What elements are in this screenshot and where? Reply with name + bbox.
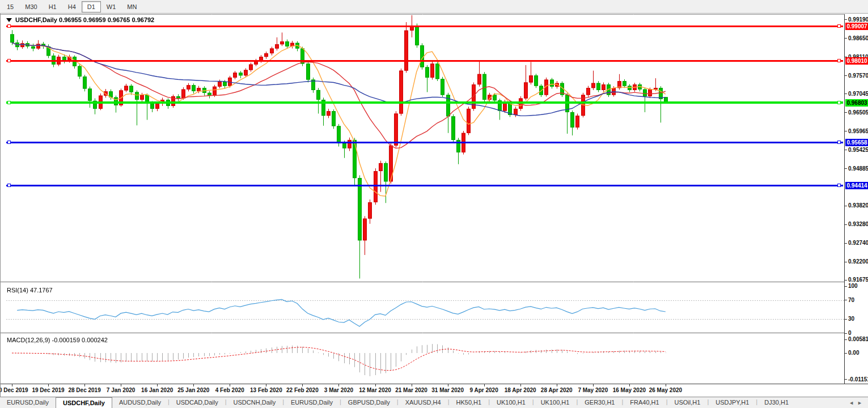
date-tick [230,384,230,386]
price-axis-label: 0.95965 [848,128,868,134]
macd-axis-label: -0.011514 [848,376,868,382]
rsi-axis-label: 100 [848,283,858,289]
timeframe-button-d1[interactable]: D1 [82,1,101,12]
timeframe-button-m30[interactable]: M30 [19,1,43,12]
price-axis-label: 0.97570 [848,73,868,79]
date-tick [412,384,412,386]
date-tick [48,384,49,386]
date-axis-label: 21 Mar 2020 [395,387,427,393]
timeframe-button-h1[interactable]: H1 [43,1,62,12]
date-axis-label: 4 Feb 2020 [215,387,244,393]
date-tick [666,384,666,386]
chart-dropdown-icon [6,18,12,22]
chart-window: USDCHF,Daily 0.96955 0.96959 0.96765 0.9… [0,14,868,397]
date-axis-label: 13 Feb 2020 [250,387,282,393]
rsi-axis-label: 30 [848,316,854,322]
tab-usoil-h1[interactable]: USOil,H1 [668,397,708,408]
date-axis-label: 28 Apr 2020 [541,387,573,393]
price-axis-label: 0.91675 [848,277,868,283]
chart-symbol-title: USDCHF,Daily 0.96955 0.96959 0.96765 0.9… [6,16,154,23]
date-tick [84,384,85,386]
timeframe-button-w1[interactable]: W1 [101,1,122,12]
hline-price-tag: 0.98010 [845,57,868,65]
tab-uk100-h1[interactable]: UK100,H1 [490,397,532,408]
date-axis-label: 3 Mar 2020 [324,387,353,393]
trading-platform-window: 15M30H1H4D1W1MN USDCHF,Daily 0.96955 0.9… [0,0,868,408]
timeframe-button-h4[interactable]: H4 [62,1,82,12]
date-tick [302,384,303,386]
timeframe-button-mn[interactable]: MN [121,1,142,12]
date-axis-label: 19 Dec 2019 [32,387,64,393]
price-axis-label: 0.93280 [848,221,868,227]
rsi-indicator-label: RSI(14) 47.1767 [7,287,53,294]
price-axis-label: 0.95425 [848,147,868,153]
price-axis-label: 0.92200 [848,258,868,265]
date-axis-label: 31 Mar 2020 [431,387,464,393]
date-tick [121,384,121,386]
timeframe-toolbar: 15M30H1H4D1W1MN [0,0,868,14]
timeframe-button-15[interactable]: 15 [1,1,19,12]
tab-xauusd-h4[interactable]: XAUUSD,H4 [399,397,448,408]
tab-usdjpy-h1[interactable]: USDJPY,H1 [709,397,756,408]
tabs-scroll-right-icon[interactable]: ► [857,400,862,406]
tab-dj30-h1[interactable]: DJ30,H1 [757,397,795,408]
macd-indicator-label: MACD(12,26,9) -0.000159 0.000242 [7,337,108,343]
rsi-axis-label: 0 [848,330,852,336]
date-axis-label: 16 May 2020 [613,387,646,393]
tab-usdchf-daily[interactable]: USDCHF,Daily [56,397,112,408]
tab-hk50-h1[interactable]: HK50,H1 [450,397,489,408]
chart-tabs-bar: EURUSD,DailyUSDCHF,DailyAUDUSD,Daily|USD… [0,397,868,408]
hline-price-tag: 0.96803 [845,99,868,107]
date-axis-label: 22 Feb 2020 [286,387,319,393]
date-tick [593,384,594,386]
price-axis-label: 0.96505 [848,109,868,116]
tab-audusd-daily[interactable]: AUDUSD,Daily [112,397,168,408]
date-axis-label: 18 Apr 2020 [505,387,536,393]
date-axis-label: 7 May 2020 [578,387,608,393]
date-axis-label: 7 Jan 2020 [107,387,136,393]
date-axis-label: 25 Jan 2020 [177,387,209,393]
hline-price-tag: 0.95658 [845,139,868,146]
date-tick [375,384,376,386]
price-axis-label: 0.98650 [848,35,868,41]
date-tick [193,384,194,386]
tab-usdcad-daily[interactable]: USDCAD,Daily [170,397,225,408]
tab-fra40-h1[interactable]: FRA40,H1 [623,397,666,408]
price-chart-canvas[interactable] [1,14,845,384]
date-tick [557,384,557,386]
date-axis-label: 26 May 2020 [649,387,682,393]
tabs-scroll-left-icon[interactable]: ◄ [849,400,854,406]
price-axis-label: 0.94885 [848,165,868,172]
date-tick [484,384,485,386]
date-tick [629,384,630,386]
price-axis-label: 0.93820 [848,202,868,209]
date-axis[interactable]: 10 Dec 201919 Dec 201928 Dec 20197 Jan 2… [1,384,868,397]
tab-usdcnh-daily[interactable]: USDCNH,Daily [227,397,283,408]
chart-title-text: USDCHF,Daily 0.96955 0.96959 0.96765 0.9… [15,16,154,23]
hline-price-tag: 0.99007 [845,23,868,30]
date-axis-label: 16 Jan 2020 [141,387,173,393]
price-axis-label: 0.97045 [848,91,868,97]
date-tick [12,384,12,386]
hline-price-tag: 0.94414 [845,182,868,189]
rsi-axis-label: 70 [848,297,854,303]
date-tick [266,384,266,386]
date-axis-label: 9 Apr 2020 [470,387,498,393]
date-tick [448,384,448,386]
date-axis-label: 28 Dec 2019 [68,387,100,393]
tab-eurusd-daily[interactable]: EURUSD,Daily [284,397,340,408]
price-axis-label: 0.92740 [848,240,868,246]
macd-axis-label: 0.00 [848,350,859,356]
date-tick [520,384,521,386]
tab-eurusd-daily[interactable]: EURUSD,Daily [0,397,56,408]
price-axis-label: 0.99190 [848,16,868,23]
tab-uk100-h1[interactable]: UK100,H1 [534,397,577,408]
macd-axis-label: 0.005818 [848,336,868,342]
tab-ger30-h1[interactable]: GER30,H1 [578,397,621,408]
date-axis-label: 12 Mar 2020 [359,387,391,393]
tab-gbpusd-daily[interactable]: GBPUSD,Daily [341,397,397,408]
date-axis-label: 10 Dec 2019 [0,387,28,393]
date-tick [157,384,158,386]
date-tick [338,384,339,386]
